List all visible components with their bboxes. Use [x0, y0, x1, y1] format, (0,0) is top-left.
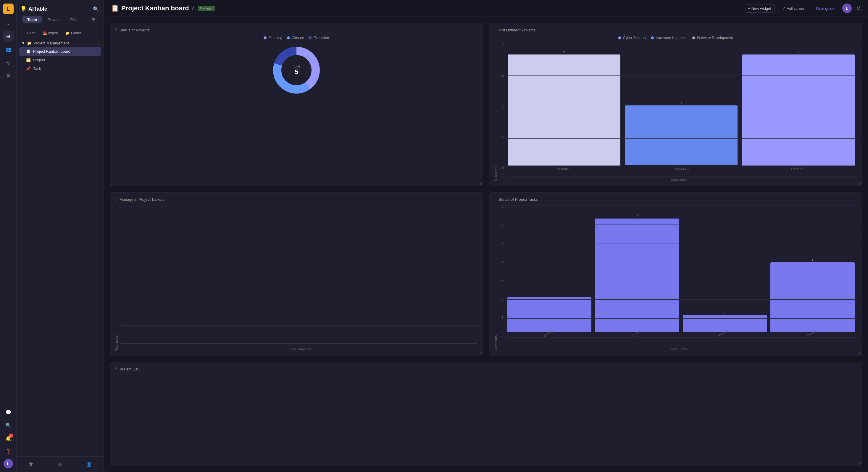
- chart-inner-tasks: 7 6 5 4 3 2 1 0: [500, 205, 857, 351]
- y-axis-label-num-projects: All records: [494, 43, 498, 181]
- sidebar-search-button[interactable]: 🔍: [92, 5, 100, 13]
- tab-pin[interactable]: Pin: [65, 16, 81, 23]
- software-label: Software Development: [697, 36, 733, 40]
- settings-icon[interactable]: ⚙: [3, 70, 13, 81]
- execution-label: Execution: [313, 36, 329, 40]
- app-name: 💡 AITable: [20, 6, 47, 12]
- legend-hardware: Hardware Upgrades: [651, 36, 687, 40]
- y-tick-0: 0: [500, 334, 503, 338]
- y-tick-7: 7: [500, 205, 503, 208]
- add-button[interactable]: + + Add: [20, 30, 38, 37]
- bar-value-awaiting: 2: [549, 293, 550, 297]
- x-axis-title-managers: Project Manager: [121, 347, 478, 351]
- bar-repossessed: 1 Reposses...: [683, 215, 767, 337]
- refresh-icon[interactable]: ↺: [857, 5, 861, 11]
- import-button[interactable]: 📥 Import: [40, 30, 61, 37]
- nav-group-project-management[interactable]: ▼ 📁 Project Management: [19, 39, 101, 47]
- bar-rect-hardware: [625, 106, 738, 165]
- bar-label-software: Software...: [557, 167, 571, 170]
- y-tick-2: 2: [500, 298, 503, 301]
- donut-total-value: 5: [293, 68, 300, 76]
- execution-dot: [309, 36, 312, 39]
- y-tick-1-5: 1.5: [500, 74, 504, 78]
- nav-item-label-kanban: Project Kanban board: [33, 49, 70, 54]
- bar-inprogress: 7 In progr...: [595, 215, 679, 337]
- y-axis-label-tasks: All records: [494, 205, 498, 351]
- users-icon[interactable]: 👥: [3, 44, 13, 55]
- topbar-actions: + New widget ⤢ Full screen User guide L …: [745, 4, 861, 13]
- sidebar-header: 💡 AITable 🔍: [17, 0, 103, 16]
- resize-handle-3[interactable]: ◢: [479, 351, 482, 354]
- grid-icon[interactable]: ⊞: [3, 31, 13, 41]
- import-icon: 📥: [42, 31, 47, 35]
- y-tick-0-5: 0.5: [500, 136, 504, 139]
- bar-label-cyber: Cyber Se...: [791, 167, 806, 170]
- bar-software: 2 Software...: [508, 51, 620, 170]
- software-dot: [692, 36, 695, 39]
- sidebar-menu-button[interactable]: ≡: [89, 16, 98, 24]
- dashboard: Status of Projects Planning Closure Exec…: [104, 17, 868, 472]
- donut-container: Planning Closure Execution: [115, 36, 478, 181]
- planning-dot: [264, 36, 267, 39]
- resize-handle-2[interactable]: ◢: [858, 181, 861, 185]
- y-tick-6: 6: [500, 224, 503, 227]
- add-user-button[interactable]: 👤: [84, 460, 94, 469]
- collapse-icon[interactable]: ⌄: [3, 18, 13, 28]
- cycle-button[interactable]: ⟳: [55, 460, 65, 469]
- chevron-down-icon: ▼: [21, 41, 25, 45]
- nav-item-task[interactable]: 📌 Task: [19, 64, 101, 73]
- donut-chart: Total 5: [270, 43, 323, 97]
- help-icon[interactable]: ❓: [3, 446, 13, 456]
- page-title: 📋 Project Kanban board ☆ Manager: [111, 4, 215, 12]
- bar-cyber: 2 Cyber Se...: [742, 51, 855, 170]
- notification-badge: 2: [9, 434, 13, 438]
- manager-badge: Manager: [197, 6, 215, 11]
- resize-handle-1[interactable]: ◢: [479, 181, 482, 185]
- num-projects-legend: Cyber Security Hardware Upgrades Softwar…: [494, 36, 857, 40]
- add-icon: +: [23, 31, 25, 35]
- tab-team[interactable]: Team: [23, 16, 42, 23]
- x-axis-title-tasks: Tasks Status: [500, 347, 857, 351]
- new-widget-button[interactable]: + New widget: [745, 4, 775, 13]
- legend-execution: Execution: [309, 36, 329, 40]
- legend-cyber: Cyber Security: [618, 36, 646, 40]
- star-icon[interactable]: ☆: [191, 6, 195, 11]
- search-icon[interactable]: 🔍: [3, 420, 13, 431]
- user-guide-button[interactable]: User guide: [813, 4, 838, 12]
- app-logo: L: [3, 4, 13, 14]
- sidebar: 💡 AITable 🔍 Team Private Pin ≡ + + Add 📥…: [17, 0, 104, 472]
- app-name-text: AITable: [28, 6, 47, 12]
- topbar: 📋 Project Kanban board ☆ Manager + New w…: [104, 0, 868, 17]
- sidebar-bottom: 🗑 ⟳ 👤: [17, 456, 103, 472]
- chat-icon[interactable]: 💬: [3, 407, 13, 417]
- nav-group-label-text: Project Management: [33, 41, 69, 45]
- resize-handle-4[interactable]: ◢: [858, 351, 861, 354]
- y-tick-1: 1: [500, 105, 504, 108]
- bar-value-hardware: 1: [680, 101, 682, 105]
- topbar-avatar[interactable]: L: [842, 4, 852, 13]
- trash-button[interactable]: 🗑: [26, 460, 36, 469]
- nav-item-emoji-project: 🗂️: [26, 58, 31, 62]
- full-screen-button[interactable]: ⤢ Full screen: [779, 4, 808, 12]
- user-avatar-rail[interactable]: L: [4, 459, 13, 468]
- y-tick-4: 4: [500, 261, 503, 264]
- hardware-dot: [651, 36, 654, 39]
- y-axis-label-managers: Total tasks: [115, 205, 118, 351]
- planning-label: Planning: [268, 36, 282, 40]
- nav-item-project[interactable]: 🗂️ Project: [19, 56, 101, 64]
- nav-item-kanban[interactable]: 📋 Project Kanban board: [19, 47, 101, 56]
- bar-rect-repossessed: [683, 315, 767, 332]
- folder-button[interactable]: 📁 Folder: [62, 30, 84, 37]
- resize-handle-5[interactable]: ◢: [858, 461, 861, 465]
- bar-rect-complete: [770, 262, 855, 332]
- bar-value-inprogress: 7: [637, 215, 638, 218]
- folder-label: Folder: [71, 31, 81, 35]
- bar-rect-inprogress: [595, 218, 679, 332]
- compass-icon[interactable]: ◎: [3, 57, 13, 67]
- bar-rect-cyber: [742, 55, 855, 166]
- closure-label: Closure: [292, 36, 304, 40]
- bell-icon[interactable]: 🔔 2: [3, 433, 13, 444]
- bar-complete: 4 Complete: [770, 215, 855, 337]
- main-content: 📋 Project Kanban board ☆ Manager + New w…: [104, 0, 868, 472]
- tab-private[interactable]: Private: [43, 16, 64, 23]
